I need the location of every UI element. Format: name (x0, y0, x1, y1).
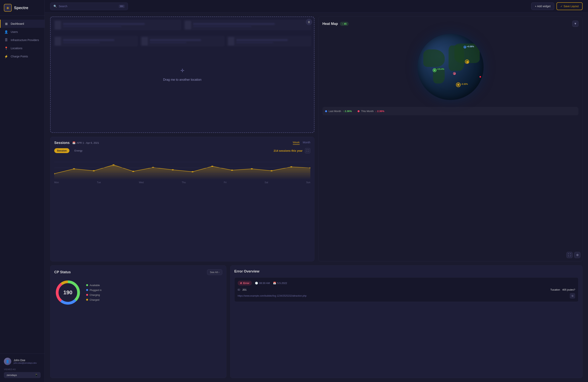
clock-icon: 🕐 (255, 282, 258, 285)
see-all-button[interactable]: See All › (207, 269, 222, 275)
legend-last-month-dot (325, 110, 327, 112)
heat-map-filter-button[interactable]: ▼ (572, 21, 578, 27)
sidebar-nav: ⊞ Dashboard 👤 Users 🗄 Infrastructure Pro… (0, 16, 44, 354)
available-dot (86, 284, 88, 286)
cp-status-header: CP Status See All › (54, 269, 222, 275)
legend-charging: Charging (86, 294, 102, 297)
error-id: ID 201 (238, 288, 247, 291)
plugged-in-label: Plugged in (90, 289, 102, 292)
day-fri: Fri (224, 181, 227, 184)
search-icon: 🔍 (53, 5, 57, 8)
svg-point-12 (290, 166, 293, 168)
legend-charged: Charged (86, 298, 102, 301)
legend-last-month-label: Last Month (329, 110, 341, 113)
charged-label: Charged (90, 298, 99, 301)
svg-point-7 (191, 171, 194, 172)
day-mon: Mon (54, 181, 59, 184)
day-sat: Sat (265, 181, 268, 184)
error-label: Error (243, 282, 250, 285)
sidebar-item-users[interactable]: 👤 Users (0, 28, 44, 36)
avatar: 👤 (4, 358, 11, 365)
drag-blurred-bottom (51, 33, 314, 49)
error-date-value: 5.5.2022 (277, 282, 287, 285)
locations-icon: 📍 (4, 46, 8, 50)
expand-button[interactable]: ⛶ (567, 252, 573, 258)
infrastructure-icon: 🗄 (4, 38, 8, 42)
search-shortcut: ⌘K (119, 5, 125, 8)
header-actions: + Add widget ✓ Save Layout (531, 2, 583, 10)
tab-week[interactable]: Week (293, 141, 300, 145)
tab-month[interactable]: Month (303, 141, 310, 145)
svg-point-10 (251, 168, 253, 170)
donut-chart: 190 (54, 279, 82, 306)
sessions-count-value: 214 (273, 149, 278, 152)
date-icon: 📅 (273, 282, 276, 285)
tucation-value: 405 joules? (562, 288, 575, 291)
sidebar-bottom: 👤 John Doe john.doe@zerodays.dev VIEWED … (0, 354, 44, 382)
dashboard-grid: ✛ Drag me to another location 🗑 (45, 13, 588, 382)
move-icon: ✛ (180, 68, 184, 73)
globe: +15.4% +0.08% (418, 34, 483, 100)
hotspot-8 (480, 76, 481, 78)
cp-legend: Available Plugged in Charging Charg (86, 284, 102, 301)
filter-session[interactable]: Session (54, 148, 69, 153)
drag-message: Drag me to another location (163, 78, 201, 82)
sidebar-item-locations[interactable]: 📍 Locations (0, 44, 44, 52)
svg-point-1 (73, 168, 75, 170)
cp-content: 190 Available Plugged in C (54, 279, 222, 306)
sidebar-item-label: Infrastructure Providers (11, 39, 39, 42)
svg-point-3 (112, 164, 115, 166)
drag-delete-button[interactable]: 🗑 (306, 19, 312, 25)
user-name: John Doe (14, 359, 37, 362)
calendar-icon: 📅 (72, 141, 75, 144)
continent-north-america (423, 49, 445, 67)
save-layout-button[interactable]: ✓ Save Layout (556, 2, 583, 10)
dashboard-icon: ⊞ (4, 22, 8, 25)
copy-url-button[interactable]: ⧉ (570, 293, 575, 298)
error-overview-header: Error Overview (234, 269, 578, 274)
sidebar-item-label: Dashboard (11, 22, 24, 25)
error-time: 🕐 08:30 AM (255, 282, 270, 285)
chart-days: Mon Tue Wed Thu Fri Sat Sun (54, 181, 310, 184)
date-range-value: APR 1 - Apr 6, 2021 (77, 141, 99, 144)
error-icon: ⊘ (240, 282, 242, 285)
logo-text: Spectre (14, 6, 28, 10)
sidebar-item-charge-points[interactable]: ⚡ Charge Points (0, 52, 44, 61)
date-range: 📅 APR 1 - Apr 6, 2021 (72, 141, 99, 144)
svg-point-2 (93, 170, 95, 171)
search-placeholder: Search (59, 5, 67, 8)
legend-this-month-value: ↓ 2.36% (375, 110, 384, 113)
svg-point-9 (231, 170, 233, 171)
sidebar-item-infrastructure[interactable]: 🗄 Infrastructure Providers (0, 36, 44, 44)
bottom-row: CP Status See All › (50, 265, 583, 378)
plugged-in-dot (86, 289, 88, 291)
drag-widget[interactable]: ✛ Drag me to another location 🗑 (50, 17, 315, 133)
legend-last-month-value: ↑ 2.36% (343, 110, 352, 113)
legend-last-month: Last Month ↑ 2.36% (325, 110, 352, 113)
error-date: 📅 5.5.2022 (273, 282, 287, 285)
error-time-value: 08:30 AM (259, 282, 270, 285)
heat-map-widget: Heat Map ↑ 45 ▼ +15. (318, 17, 583, 261)
sessions-count-label: sessions this year (279, 149, 303, 152)
day-tue: Tue (97, 181, 101, 184)
tenant-pill[interactable]: zerodays 📱 (4, 372, 41, 378)
id-value: 201 (242, 288, 247, 291)
add-widget-button[interactable]: + Add widget (531, 2, 554, 10)
header: 🔍 Search ⌘K + Add widget ✓ Save Layout (45, 0, 588, 13)
svg-point-8 (211, 166, 213, 167)
sidebar: ◈ Spectre ⊞ Dashboard 👤 Users 🗄 Infrastr… (0, 0, 45, 382)
sessions-filter: Session Energy 214 sessions this year ⛶ (54, 148, 310, 153)
legend-this-month: This Month ↓ 2.36% (357, 110, 384, 113)
hotspot-3 (465, 60, 469, 64)
sidebar-logo: ◈ Spectre (0, 0, 44, 16)
expand-chart-button[interactable]: ⛶ (305, 148, 310, 153)
error-badge: ⊘ Error (238, 281, 252, 286)
cp-status-widget: CP Status See All › (50, 265, 226, 378)
search-bar[interactable]: 🔍 Search ⌘K (50, 2, 128, 10)
error-card-header: ⊘ Error 🕐 08:30 AM 📅 5.5.2022 (238, 281, 575, 286)
sidebar-item-dashboard[interactable]: ⊞ Dashboard (0, 20, 44, 28)
filter-energy[interactable]: Energy (72, 148, 85, 153)
error-url: https://www.example.com/bubble//log 1234… (238, 293, 575, 298)
target-button[interactable]: ⊕ (574, 252, 580, 258)
legend-plugged-in: Plugged in (86, 289, 102, 292)
